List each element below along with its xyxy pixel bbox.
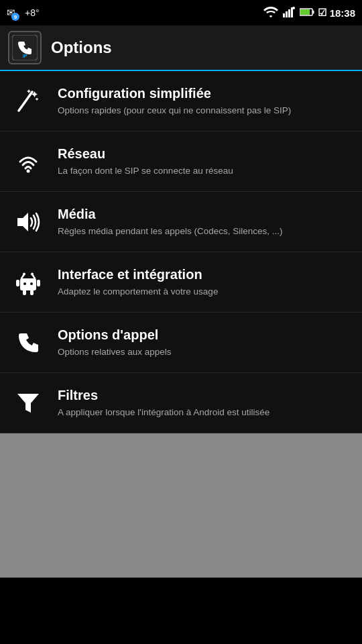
reseau-icon (11, 144, 46, 179)
svg-rect-13 (20, 278, 36, 290)
config-text: Configuration simplifiée Options rapides… (58, 85, 351, 117)
filtres-title: Filtres (58, 387, 351, 403)
app-header: IP Options (0, 25, 362, 71)
menu-item-media[interactable]: Média Règles média pendant les appels (C… (0, 192, 362, 252)
interface-subtitle: Adaptez le comportement à votre usage (58, 286, 351, 298)
svg-point-15 (30, 282, 33, 285)
signal-icon (283, 7, 295, 19)
filtres-subtitle: A appliquer lorsque l'intégration à Andr… (58, 407, 351, 419)
svg-rect-1 (286, 11, 288, 17)
phone-icon (11, 325, 46, 360)
config-subtitle: Options rapides (pour ceux qui ne connai… (58, 105, 351, 117)
menu-item-reseau[interactable]: Réseau La façon dont le SIP se connecte … (0, 131, 362, 192)
media-title: Média (58, 206, 351, 222)
svg-point-14 (23, 282, 26, 285)
svg-rect-21 (37, 280, 40, 286)
checkmark-icon: ☑ (318, 7, 326, 19)
svg-marker-12 (17, 213, 28, 231)
notification-icon: ✉ 9 (7, 7, 15, 19)
options-appel-text: Options d'appel Options relatives aux ap… (58, 327, 351, 358)
app-header-title: Options (51, 38, 112, 57)
filter-icon (11, 386, 46, 421)
reseau-subtitle: La façon dont le SIP se connecte au rése… (58, 165, 351, 177)
svg-rect-7 (312, 10, 314, 13)
notification-badge: 9 (11, 13, 19, 21)
menu-list: Configuration simplifiée Options rapides… (0, 71, 362, 433)
media-text: Média Règles média pendant les appels (C… (58, 206, 351, 237)
svg-text:IP: IP (23, 54, 27, 58)
status-bar: ✉ 9 +8° (0, 0, 362, 25)
filtres-text: Filtres A appliquer lorsque l'intégratio… (58, 387, 351, 419)
interface-text: Interface et intégration Adaptez le comp… (58, 266, 351, 298)
options-appel-subtitle: Options relatives aux appels (58, 346, 351, 358)
temperature-text: +8° (25, 7, 40, 18)
media-subtitle: Règles média pendant les appels (Codecs,… (58, 225, 351, 237)
interface-title: Interface et intégration (58, 266, 351, 282)
menu-item-filtres[interactable]: Filtres A appliquer lorsque l'intégratio… (0, 373, 362, 433)
reseau-text: Réseau La façon dont le SIP se connecte … (58, 146, 351, 177)
svg-rect-6 (300, 9, 310, 15)
menu-item-options-appel[interactable]: Options d'appel Options relatives aux ap… (0, 313, 362, 373)
app-icon: IP (8, 31, 42, 64)
media-icon (11, 205, 46, 239)
svg-rect-23 (30, 290, 34, 295)
config-title: Configuration simplifiée (58, 85, 351, 101)
svg-rect-20 (16, 280, 19, 286)
svg-rect-0 (283, 13, 285, 17)
svg-point-4 (292, 7, 295, 9)
battery-icon (300, 7, 314, 19)
bottom-area (0, 433, 362, 578)
options-appel-title: Options d'appel (58, 327, 351, 343)
svg-rect-22 (23, 290, 26, 295)
svg-point-19 (31, 272, 34, 275)
interface-icon (11, 265, 46, 300)
menu-item-interface[interactable]: Interface et intégration Adaptez le comp… (0, 252, 362, 313)
time-display: 18:38 (330, 7, 355, 19)
menu-item-config[interactable]: Configuration simplifiée Options rapides… (0, 71, 362, 131)
reseau-title: Réseau (58, 146, 351, 162)
svg-line-10 (19, 92, 32, 111)
svg-point-18 (23, 272, 25, 275)
wifi-icon (263, 7, 278, 19)
status-left: ✉ 9 +8° (7, 7, 40, 19)
svg-rect-2 (288, 9, 290, 17)
status-right: ☑ 18:38 (263, 7, 355, 19)
config-icon (11, 84, 46, 119)
svg-point-11 (27, 169, 30, 172)
